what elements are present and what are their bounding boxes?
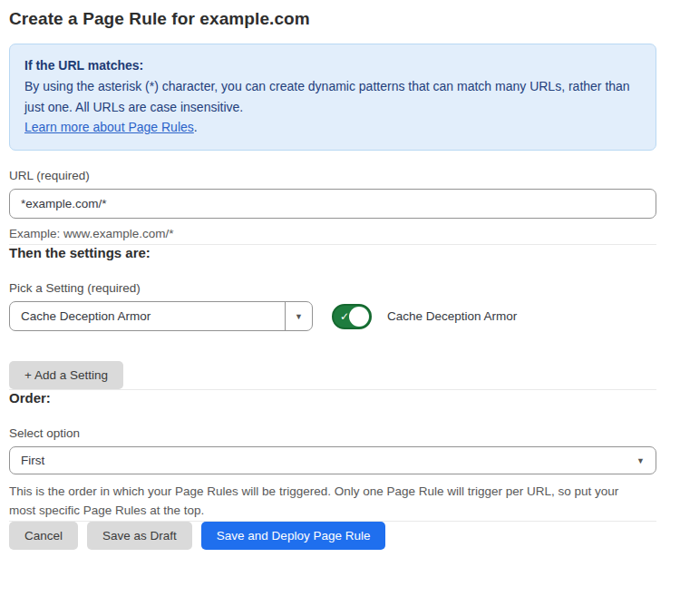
save-and-deploy-button[interactable]: Save and Deploy Page Rule [201,522,386,550]
create-page-rule-panel: Create a Page Rule for example.com If th… [0,0,680,568]
order-section-heading: Order: [9,390,656,406]
order-select-value: First [21,454,44,467]
chevron-down-icon: ▼ [636,456,645,465]
cancel-button[interactable]: Cancel [9,522,78,550]
pick-setting-label: Pick a Setting (required) [9,281,656,295]
url-label: URL (required) [9,169,656,182]
order-select-label: Select option [9,426,656,440]
url-field: URL (required) Example: www.example.com/… [9,169,656,244]
add-setting-button[interactable]: + Add a Setting [9,361,123,389]
learn-more-page-rules-link[interactable]: Learn more about Page Rules [24,120,194,134]
page-title: Create a Page Rule for example.com [9,9,656,29]
footer-actions: Cancel Save as Draft Save and Deploy Pag… [9,522,656,550]
cache-deception-armor-toggle[interactable]: ✓ [332,304,372,329]
setting-select[interactable]: Cache Deception Armor ▼ [9,301,313,331]
info-box-link-row: Learn more about Page Rules. [24,117,641,138]
url-match-info-box: If the URL matches: By using the asteris… [9,44,656,151]
order-select[interactable]: First ▼ [9,446,656,474]
url-input[interactable] [9,189,656,219]
info-box-heading: If the URL matches: [24,55,641,76]
toggle-knob [349,307,369,327]
check-icon: ✓ [340,309,349,322]
save-as-draft-button[interactable]: Save as Draft [87,522,192,550]
setting-row: Cache Deception Armor ▼ ✓ Cache Deceptio… [9,301,656,331]
settings-section-heading: Then the settings are: [9,245,656,260]
order-helper-text: This is the order in which your Page Rul… [9,483,644,521]
url-example-helper: Example: www.example.com/* [9,225,656,244]
info-box-body: By using the asterisk (*) character, you… [24,76,641,118]
link-suffix-text: . [194,120,198,134]
toggle-label: Cache Deception Armor [387,309,517,323]
setting-select-value: Cache Deception Armor [10,309,285,323]
chevron-down-icon[interactable]: ▼ [285,302,312,330]
